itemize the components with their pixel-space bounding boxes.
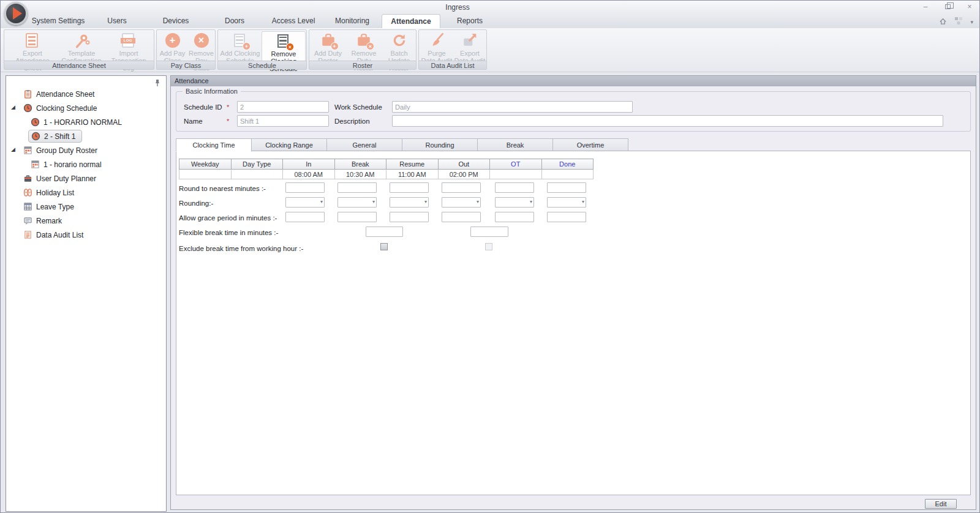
home-icon[interactable] <box>939 17 947 28</box>
sidebar-item-clocking-schedule[interactable]: ◢ Clocking Schedule <box>6 101 166 115</box>
col-done: Done <box>541 159 594 170</box>
tab-system-settings[interactable]: System Settings <box>29 14 88 28</box>
rounding-break-select[interactable]: ▾ <box>337 197 377 208</box>
tab-general[interactable]: General <box>326 138 402 151</box>
add-pay-class-button[interactable]: + Add Pay Class <box>159 31 186 61</box>
purge-data-audit-button[interactable]: Purge Data Audit <box>421 31 453 61</box>
app-orb-button[interactable] <box>4 2 28 25</box>
remove-clocking-schedule-button[interactable]: × Remove Clocking Schedule <box>262 31 306 61</box>
clocking-time-table: Weekday Day Type In Break Resume Out OT … <box>179 159 594 179</box>
attendance-panel: Attendance Basic Information Schedule ID… <box>170 75 976 510</box>
minimize-button[interactable]: – <box>921 2 930 12</box>
col-resume: Resume <box>386 159 439 170</box>
dropdown-arrow-icon[interactable]: ▾ <box>970 19 973 25</box>
tab-attendance[interactable]: Attendance <box>382 14 440 28</box>
exclude-label: Exclude break time from working hour :- <box>179 245 303 252</box>
round-resume-input[interactable] <box>390 182 429 193</box>
style-blocks-icon[interactable] <box>954 17 963 28</box>
grace-label: Allow grace period in minutes :- <box>179 214 277 222</box>
sidebar-item-leave-type[interactable]: Leave Type <box>6 200 166 214</box>
rounding-resume-select[interactable]: ▾ <box>390 197 429 208</box>
tab-break[interactable]: Break <box>477 138 553 151</box>
sidebar-item-remark[interactable]: Remark <box>6 214 166 228</box>
import-transaction-log-button[interactable]: LOG Import Transaction Log <box>105 31 153 61</box>
description-input[interactable] <box>392 115 943 127</box>
batch-update-roster-button[interactable]: Batch Update Roster <box>383 31 415 61</box>
sidebar-item-group-duty-roster[interactable]: ◢ Group Duty Roster <box>6 143 166 157</box>
tab-devices[interactable]: Devices <box>146 14 205 28</box>
flexible-break-input-1[interactable] <box>366 227 403 237</box>
grace-ot-input[interactable] <box>495 212 534 222</box>
restore-button[interactable] <box>943 2 952 12</box>
work-schedule-input[interactable] <box>392 101 633 113</box>
expander-icon[interactable]: ◢ <box>11 146 15 152</box>
tab-clocking-range[interactable]: Clocking Range <box>251 138 327 151</box>
rounding-label: Rounding:- <box>179 200 213 207</box>
grace-out-input[interactable] <box>442 212 481 222</box>
table-header-row: Weekday Day Type In Break Resume Out OT … <box>179 159 594 170</box>
tab-rounding[interactable]: Rounding <box>402 138 478 151</box>
template-configuration-button[interactable]: Template Configuration <box>59 31 104 61</box>
chevron-down-icon: ▾ <box>477 199 479 204</box>
export-data-audit-button[interactable]: Export Data Audit <box>454 31 486 61</box>
flexible-break-input-2[interactable] <box>470 227 508 237</box>
sidebar-item-horario-normal[interactable]: 1 - HORARIO NORMAL <box>6 115 166 129</box>
navigation-tree: Attendance Sheet ◢ Clocking Schedule 1 -… <box>6 87 166 242</box>
tab-access-level[interactable]: Access Level <box>264 14 323 28</box>
ribbon-tab-strip: System Settings Users Devices Doors Acce… <box>1 14 979 28</box>
remove-pay-class-button[interactable]: × Remove Pay Class <box>187 31 215 61</box>
rounding-out-select[interactable]: ▾ <box>442 197 481 208</box>
export-arrow-icon <box>461 32 479 48</box>
round-break-input[interactable] <box>337 182 377 193</box>
sidebar-item-horario-normal-roster[interactable]: 1 - horario normal <box>6 157 166 171</box>
add-clocking-schedule-button[interactable]: + Add Clocking Schedule <box>220 31 260 61</box>
remove-duty-roster-button[interactable]: × Remove Duty Roster <box>346 31 382 61</box>
edit-button[interactable]: Edit <box>925 499 957 509</box>
sidebar-item-attendance-sheet[interactable]: Attendance Sheet <box>6 87 166 101</box>
name-input[interactable] <box>237 115 329 127</box>
group-label-schedule: Schedule <box>218 61 306 69</box>
grace-break-input[interactable] <box>337 212 377 222</box>
exclude-break-checkbox-1[interactable] <box>380 243 388 250</box>
round-out-input[interactable] <box>442 182 481 193</box>
clock-icon <box>31 118 40 127</box>
sidebar-item-shift-1[interactable]: 2 - Shift 1 <box>6 129 166 143</box>
sidebar-item-data-audit-list[interactable]: Data Audit List <box>6 228 166 242</box>
grace-in-input[interactable] <box>285 212 325 222</box>
basic-information-group: Basic Information Schedule ID * Work Sch… <box>176 91 971 132</box>
rounding-done-select[interactable]: ▾ <box>547 197 586 208</box>
grace-done-input[interactable] <box>547 212 586 222</box>
restore-icon <box>945 4 951 9</box>
round-in-input[interactable] <box>285 182 325 193</box>
exclude-break-checkbox-2[interactable] <box>485 243 492 250</box>
clocking-time-tab-content: Weekday Day Type In Break Resume Out OT … <box>176 151 971 495</box>
holiday-icon <box>23 188 33 197</box>
tab-users[interactable]: Users <box>88 14 146 28</box>
tab-overtime[interactable]: Overtime <box>552 138 628 151</box>
ribbon-group-attendance-sheet: Export Attendance Sheet Template Configu… <box>4 29 154 70</box>
close-button[interactable]: × <box>965 2 974 12</box>
play-icon <box>13 7 22 20</box>
tab-doors[interactable]: Doors <box>205 14 264 28</box>
col-weekday: Weekday <box>179 159 232 170</box>
sidebar-item-holiday-list[interactable]: Holiday List <box>6 185 166 200</box>
round-done-input[interactable] <box>547 182 586 193</box>
tab-clocking-time[interactable]: Clocking Time <box>176 138 252 152</box>
expander-icon[interactable]: ◢ <box>11 104 15 110</box>
group-label-data-audit: Data Audit List <box>419 61 486 69</box>
col-ot: OT <box>490 159 542 170</box>
tab-reports[interactable]: Reports <box>440 14 499 28</box>
chevron-down-icon: ▾ <box>582 199 584 204</box>
attendance-sheet-icon <box>26 33 38 48</box>
rounding-ot-select[interactable]: ▾ <box>495 197 534 208</box>
add-duty-roster-button[interactable]: + Add Duty Roster <box>311 31 345 61</box>
schedule-id-input[interactable] <box>237 101 329 113</box>
grace-resume-input[interactable] <box>390 212 429 222</box>
sidebar-item-user-duty-planner[interactable]: User Duty Planner <box>6 171 166 185</box>
round-ot-input[interactable] <box>495 182 534 193</box>
rounding-in-select[interactable]: ▾ <box>285 197 325 208</box>
purge-broom-icon <box>428 32 446 48</box>
ribbon-group-roster: + Add Duty Roster × Remove Duty Roster B… <box>309 29 417 70</box>
export-attendance-sheet-button[interactable]: Export Attendance Sheet <box>7 31 58 61</box>
tab-monitoring[interactable]: Monitoring <box>323 14 382 28</box>
